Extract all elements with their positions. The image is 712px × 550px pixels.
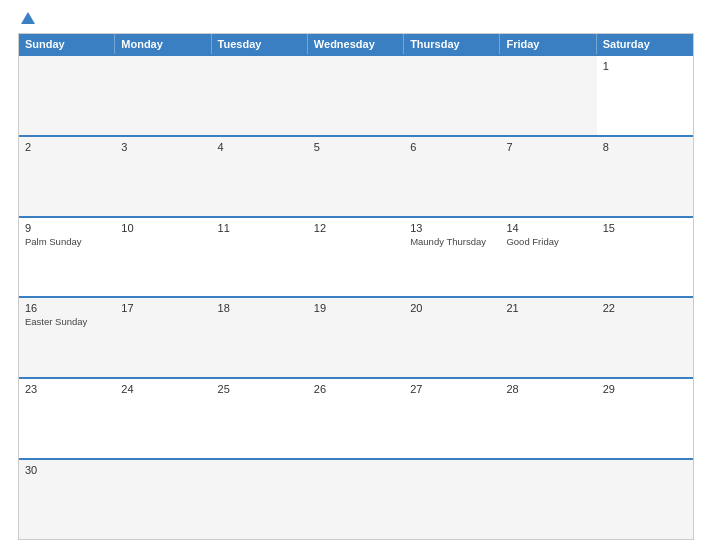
day-header-friday: Friday	[500, 34, 596, 54]
logo-blue-text	[18, 12, 35, 25]
cell-w2-d4: 13Maundy Thursday	[404, 218, 500, 297]
cell-w4-d5: 28	[500, 379, 596, 458]
cell-number: 14	[506, 222, 590, 234]
cell-number: 30	[25, 464, 109, 476]
cell-number: 16	[25, 302, 109, 314]
cell-event: Palm Sunday	[25, 236, 109, 248]
cell-number: 15	[603, 222, 687, 234]
cell-w0-d2	[212, 56, 308, 135]
cell-number: 3	[121, 141, 205, 153]
cell-w4-d1: 24	[115, 379, 211, 458]
cell-w3-d4: 20	[404, 298, 500, 377]
calendar-grid: SundayMondayTuesdayWednesdayThursdayFrid…	[18, 33, 694, 540]
cell-number: 18	[218, 302, 302, 314]
cell-number: 29	[603, 383, 687, 395]
cell-w3-d5: 21	[500, 298, 596, 377]
days-header-row: SundayMondayTuesdayWednesdayThursdayFrid…	[19, 34, 693, 54]
header	[18, 12, 694, 25]
cell-w5-d4	[404, 460, 500, 539]
cell-number: 24	[121, 383, 205, 395]
cell-number: 20	[410, 302, 494, 314]
week-row-2: 9Palm Sunday10111213Maundy Thursday14Goo…	[19, 216, 693, 297]
cell-number: 12	[314, 222, 398, 234]
cell-w2-d6: 15	[597, 218, 693, 297]
cell-number: 10	[121, 222, 205, 234]
cell-w1-d3: 5	[308, 137, 404, 216]
cell-number: 7	[506, 141, 590, 153]
cell-w1-d0: 2	[19, 137, 115, 216]
cell-w2-d3: 12	[308, 218, 404, 297]
week-row-1: 2345678	[19, 135, 693, 216]
cell-number: 23	[25, 383, 109, 395]
cell-number: 2	[25, 141, 109, 153]
cell-number: 1	[603, 60, 687, 72]
cell-w0-d5	[500, 56, 596, 135]
cell-event: Maundy Thursday	[410, 236, 494, 248]
cell-number: 26	[314, 383, 398, 395]
cell-w5-d2	[212, 460, 308, 539]
cell-w3-d6: 22	[597, 298, 693, 377]
cell-number: 11	[218, 222, 302, 234]
cell-w1-d4: 6	[404, 137, 500, 216]
cell-event: Good Friday	[506, 236, 590, 248]
cell-w3-d2: 18	[212, 298, 308, 377]
day-header-wednesday: Wednesday	[308, 34, 404, 54]
cell-w0-d1	[115, 56, 211, 135]
logo	[18, 12, 35, 25]
cell-number: 28	[506, 383, 590, 395]
logo-triangle-icon	[21, 12, 35, 24]
cell-w1-d5: 7	[500, 137, 596, 216]
cell-number: 4	[218, 141, 302, 153]
cell-w4-d2: 25	[212, 379, 308, 458]
cell-number: 6	[410, 141, 494, 153]
cell-w2-d5: 14Good Friday	[500, 218, 596, 297]
cell-w5-d3	[308, 460, 404, 539]
cell-w4-d3: 26	[308, 379, 404, 458]
cell-number: 27	[410, 383, 494, 395]
cell-w1-d1: 3	[115, 137, 211, 216]
cell-number: 21	[506, 302, 590, 314]
cell-w5-d0: 30	[19, 460, 115, 539]
cell-number: 19	[314, 302, 398, 314]
cell-w5-d6	[597, 460, 693, 539]
cell-w0-d4	[404, 56, 500, 135]
calendar-page: SundayMondayTuesdayWednesdayThursdayFrid…	[0, 0, 712, 550]
cell-number: 25	[218, 383, 302, 395]
cell-event: Easter Sunday	[25, 316, 109, 328]
weeks-container: 123456789Palm Sunday10111213Maundy Thurs…	[19, 54, 693, 539]
cell-w0-d3	[308, 56, 404, 135]
cell-number: 8	[603, 141, 687, 153]
day-header-sunday: Sunday	[19, 34, 115, 54]
cell-number: 5	[314, 141, 398, 153]
cell-w3-d0: 16Easter Sunday	[19, 298, 115, 377]
cell-w4-d4: 27	[404, 379, 500, 458]
cell-number: 9	[25, 222, 109, 234]
week-row-3: 16Easter Sunday171819202122	[19, 296, 693, 377]
cell-w5-d1	[115, 460, 211, 539]
cell-w3-d1: 17	[115, 298, 211, 377]
cell-w5-d5	[500, 460, 596, 539]
cell-w3-d3: 19	[308, 298, 404, 377]
cell-w1-d2: 4	[212, 137, 308, 216]
cell-w4-d6: 29	[597, 379, 693, 458]
day-header-tuesday: Tuesday	[212, 34, 308, 54]
week-row-5: 30	[19, 458, 693, 539]
cell-w4-d0: 23	[19, 379, 115, 458]
cell-w2-d0: 9Palm Sunday	[19, 218, 115, 297]
cell-w0-d0	[19, 56, 115, 135]
week-row-4: 23242526272829	[19, 377, 693, 458]
cell-w2-d1: 10	[115, 218, 211, 297]
cell-w1-d6: 8	[597, 137, 693, 216]
cell-w2-d2: 11	[212, 218, 308, 297]
cell-number: 22	[603, 302, 687, 314]
day-header-thursday: Thursday	[404, 34, 500, 54]
cell-w0-d6: 1	[597, 56, 693, 135]
day-header-monday: Monday	[115, 34, 211, 54]
cell-number: 17	[121, 302, 205, 314]
day-header-saturday: Saturday	[597, 34, 693, 54]
week-row-0: 1	[19, 54, 693, 135]
cell-number: 13	[410, 222, 494, 234]
